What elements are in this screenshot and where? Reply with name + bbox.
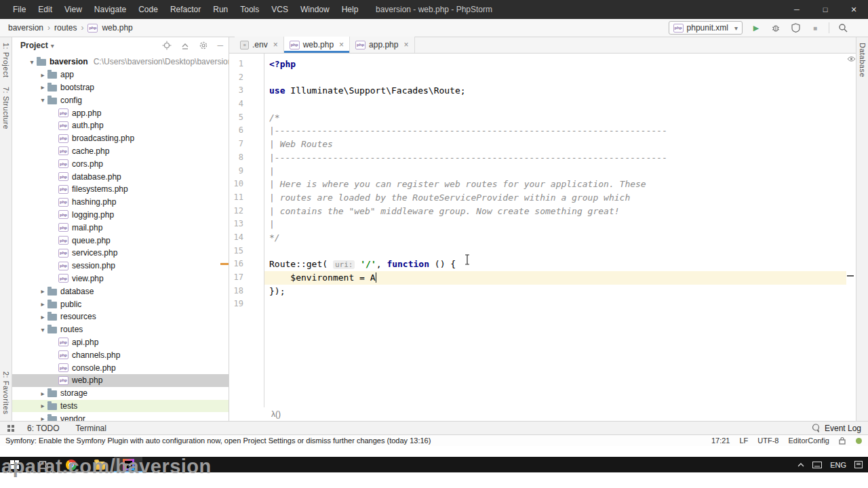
- menu-tools[interactable]: Tools: [234, 0, 265, 19]
- tree-item-tests[interactable]: ▸tests: [12, 400, 229, 413]
- menu-view[interactable]: View: [58, 0, 88, 19]
- tree-item-logging.php[interactable]: phplogging.php: [12, 209, 229, 222]
- tab-app.php[interactable]: phpapp.php×: [350, 37, 414, 53]
- tool-button--structure[interactable]: 7: Structure: [2, 87, 10, 129]
- code-line-15[interactable]: [264, 245, 846, 258]
- code-line-10[interactable]: | Here is where you can register web rou…: [264, 178, 846, 191]
- tool-button--project[interactable]: 1: Project: [2, 43, 10, 77]
- menu-help[interactable]: Help: [336, 0, 365, 19]
- chevron-collapsed-icon[interactable]: ▸: [38, 300, 47, 308]
- breadcrumb-lambda[interactable]: λ(): [271, 409, 281, 419]
- breadcrumb-item-baversion[interactable]: baversion: [8, 23, 43, 33]
- tool-button--favorites[interactable]: 2: Favorites: [2, 371, 10, 414]
- error-stripe-caret-mark[interactable]: [847, 275, 854, 277]
- menu-refactor[interactable]: Refactor: [164, 0, 207, 19]
- tool-window-switcher-icon[interactable]: [7, 424, 15, 432]
- tree-item-services.php[interactable]: phpservices.php: [12, 247, 229, 260]
- code-line-2[interactable]: [264, 71, 846, 85]
- caret-position[interactable]: 17:21: [711, 436, 730, 445]
- tree-item-web.php[interactable]: phpweb.php: [12, 374, 229, 387]
- code-line-16[interactable]: Route::get( uri: '/', function () {: [264, 258, 846, 271]
- chevron-collapsed-icon[interactable]: ▸: [38, 71, 47, 79]
- breadcrumb-item-routes[interactable]: routes: [54, 23, 77, 33]
- code-line-18[interactable]: });: [264, 285, 846, 298]
- code-line-14[interactable]: */: [264, 231, 846, 245]
- tree-item-hashing.php[interactable]: phphashing.php: [12, 196, 229, 209]
- tree-item-bootstrap[interactable]: ▸bootstrap: [12, 81, 229, 94]
- chevron-down-icon[interactable]: ▾: [51, 42, 54, 49]
- breadcrumb-item-web.php[interactable]: web.php: [102, 23, 132, 33]
- start-button[interactable]: [0, 457, 28, 472]
- tree-item-session.php[interactable]: phpsession.php: [12, 260, 229, 272]
- splitter-drag-indicator[interactable]: [220, 263, 229, 265]
- menu-navigate[interactable]: Navigate: [88, 0, 132, 19]
- tree-item-database[interactable]: ▸database: [12, 285, 229, 298]
- tree-item-vendor[interactable]: ▸vendor: [12, 412, 229, 421]
- notification-center-icon[interactable]: [854, 461, 863, 468]
- code-line-19[interactable]: [264, 298, 846, 311]
- tree-item-cors.php[interactable]: phpcors.php: [12, 157, 229, 170]
- debug-button[interactable]: [770, 22, 782, 34]
- tree-item-filesystems.php[interactable]: phpfilesystems.php: [12, 183, 229, 196]
- tree-item-console.php[interactable]: phpconsole.php: [12, 361, 229, 374]
- tab-close-icon[interactable]: ×: [339, 40, 344, 49]
- minimize-button[interactable]: ─: [783, 0, 811, 19]
- code-line-4[interactable]: [264, 98, 846, 111]
- chevron-collapsed-icon[interactable]: ▸: [38, 390, 47, 397]
- menu-edit[interactable]: Edit: [32, 0, 58, 19]
- tray-expand-icon[interactable]: [797, 463, 804, 467]
- task-view-button[interactable]: [28, 457, 57, 472]
- maximize-button[interactable]: □: [811, 0, 840, 19]
- stop-button[interactable]: ■: [809, 22, 821, 34]
- input-language[interactable]: ENG: [830, 461, 846, 469]
- line-separator[interactable]: LF: [739, 436, 748, 445]
- chevron-collapsed-icon[interactable]: ▸: [38, 415, 47, 421]
- project-panel-title[interactable]: Project: [20, 41, 48, 50]
- tree-item-resources[interactable]: ▸resources: [12, 310, 229, 323]
- tree-item-config[interactable]: ▾config: [12, 94, 229, 106]
- tree-item-database.php[interactable]: phpdatabase.php: [12, 170, 229, 183]
- tab-.env[interactable]: ≡.env×: [235, 37, 284, 53]
- tab-close-icon[interactable]: ×: [403, 40, 408, 49]
- menu-vcs[interactable]: VCS: [265, 0, 294, 19]
- code-line-6[interactable]: |---------------------------------------…: [264, 124, 846, 138]
- search-everywhere-icon[interactable]: [837, 22, 849, 34]
- tree-item-api.php[interactable]: phpapi.php: [12, 336, 229, 349]
- tree-item-queue.php[interactable]: phpqueue.php: [12, 234, 229, 247]
- chrome-taskbar-button[interactable]: [57, 457, 85, 472]
- tool-window-button--todo[interactable]: 6: TODO: [27, 424, 60, 433]
- run-configuration-select[interactable]: php phpunit.xml ▾: [669, 21, 743, 35]
- chevron-collapsed-icon[interactable]: ▸: [38, 287, 47, 295]
- chevron-collapsed-icon[interactable]: ▸: [38, 313, 47, 321]
- editorconfig-indicator[interactable]: EditorConfig: [788, 436, 829, 445]
- chevron-collapsed-icon[interactable]: ▸: [38, 83, 47, 91]
- file-explorer-taskbar-button[interactable]: [85, 457, 114, 472]
- chevron-expanded-icon[interactable]: ▾: [27, 58, 37, 66]
- code-area[interactable]: <?phpuse Illuminate\Support\Facades\Rout…: [264, 54, 846, 407]
- code-line-9[interactable]: |: [264, 165, 846, 178]
- tree-item-view.php[interactable]: phpview.php: [12, 272, 229, 285]
- locate-file-icon[interactable]: [162, 41, 172, 50]
- menu-code[interactable]: Code: [132, 0, 164, 19]
- tree-item-public[interactable]: ▸public: [12, 298, 229, 310]
- inspections-indicator-icon[interactable]: [855, 437, 863, 445]
- inspections-eye-icon[interactable]: [847, 56, 856, 62]
- tree-item-baversion[interactable]: ▾baversionC:\Users\baversion\Desktop\bav…: [12, 56, 229, 68]
- tool-button-database[interactable]: Database: [859, 43, 867, 77]
- tree-item-cache.php[interactable]: phpcache.php: [12, 145, 229, 158]
- tree-item-storage[interactable]: ▸storage: [12, 387, 229, 400]
- tree-item-auth.php[interactable]: phpauth.php: [12, 119, 229, 132]
- tree-item-channels.php[interactable]: phpchannels.php: [12, 348, 229, 361]
- tab-close-icon[interactable]: ×: [273, 40, 278, 49]
- status-message[interactable]: Symfony: Enable the Symfony Plugin with …: [5, 436, 431, 445]
- code-line-11[interactable]: | routes are loaded by the RouteServiceP…: [264, 191, 846, 205]
- tree-item-app.php[interactable]: phpapp.php: [12, 106, 229, 119]
- chevron-expanded-icon[interactable]: ▾: [38, 96, 47, 104]
- editor-scrollbar[interactable]: [846, 54, 856, 407]
- chevron-expanded-icon[interactable]: ▾: [38, 326, 47, 333]
- file-encoding[interactable]: UTF-8: [757, 436, 778, 445]
- run-button[interactable]: ▶: [750, 22, 762, 34]
- tree-item-routes[interactable]: ▾routes: [12, 323, 229, 336]
- menu-window[interactable]: Window: [294, 0, 336, 19]
- settings-gear-icon[interactable]: [199, 41, 208, 50]
